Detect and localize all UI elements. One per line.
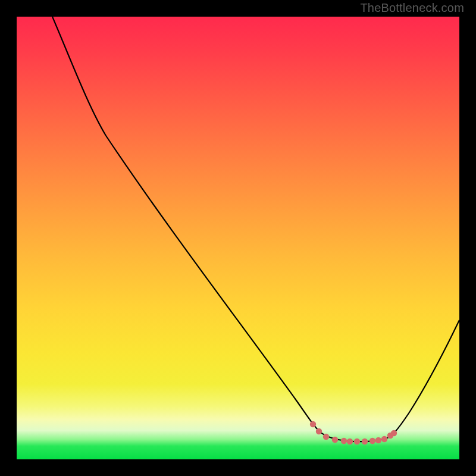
marker-dot: [323, 434, 329, 440]
marker-dot: [332, 437, 338, 443]
marker-dot: [316, 428, 322, 434]
marker-dot: [369, 438, 375, 444]
plot-area: [17, 17, 459, 459]
bottleneck-curve: [52, 17, 459, 441]
watermark-text: TheBottleneck.com: [360, 1, 464, 15]
marker-dot: [354, 439, 360, 444]
curve-overlay: [17, 17, 459, 459]
marker-dot: [362, 439, 368, 444]
marker-dot: [347, 439, 353, 444]
marker-dot: [375, 437, 381, 443]
marker-dot: [381, 436, 387, 442]
marker-dot: [391, 430, 397, 436]
marker-dot: [341, 438, 347, 444]
marker-dot: [310, 421, 316, 427]
chart-container: TheBottleneck.com: [0, 0, 476, 476]
